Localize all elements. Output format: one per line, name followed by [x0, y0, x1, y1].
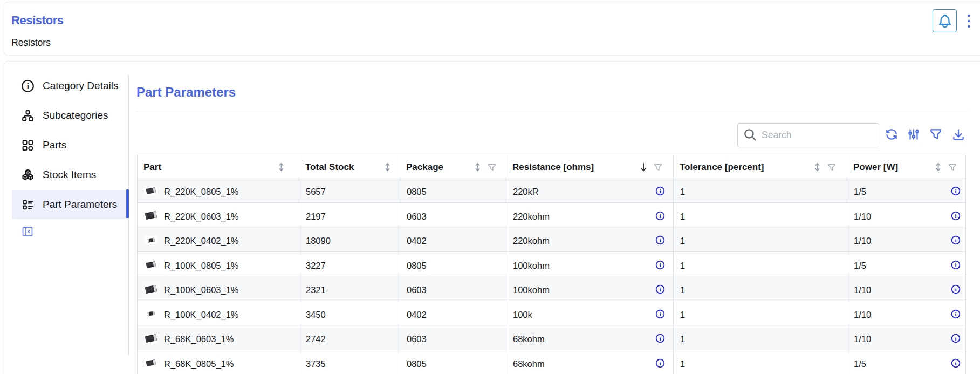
svg-text:i: i: [955, 311, 956, 317]
svg-text:i: i: [660, 286, 661, 293]
svg-text:i: i: [27, 81, 30, 90]
svg-text:i: i: [660, 360, 661, 366]
svg-text:i: i: [955, 335, 956, 342]
svg-text:i: i: [660, 188, 661, 194]
svg-text:i: i: [660, 262, 661, 268]
svg-text:i: i: [955, 262, 956, 268]
svg-text:i: i: [660, 237, 661, 243]
svg-text:i: i: [660, 335, 661, 342]
svg-text:i: i: [955, 188, 956, 194]
svg-text:i: i: [955, 237, 956, 243]
svg-text:i: i: [660, 311, 661, 317]
svg-text:i: i: [955, 360, 956, 366]
svg-text:i: i: [955, 213, 956, 219]
svg-text:i: i: [955, 286, 956, 293]
svg-text:i: i: [660, 213, 661, 219]
